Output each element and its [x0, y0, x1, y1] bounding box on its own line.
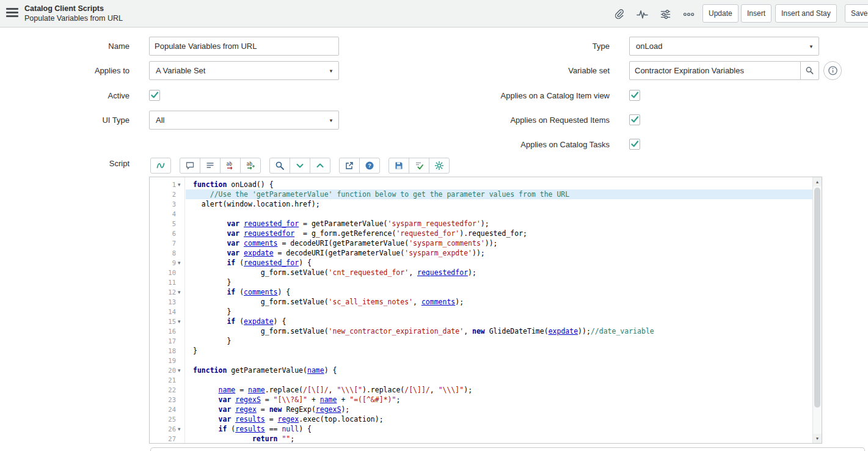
code-line-26[interactable]: if (results == null) { [186, 424, 812, 434]
save-button[interactable]: Save [845, 4, 868, 23]
toolbar-group [269, 158, 330, 174]
insert-button[interactable]: Insert [741, 4, 771, 23]
toolbar-group: ? [339, 158, 380, 174]
code-line-11[interactable]: } [186, 277, 812, 287]
code-line-1[interactable]: function onLoad() { [186, 180, 812, 189]
save-script-button[interactable] [388, 158, 409, 174]
fold-arrow-icon[interactable]: ▾ [176, 367, 184, 373]
variable-set-info-button[interactable] [823, 61, 842, 80]
type-select[interactable]: onLoad ▼ [629, 37, 819, 56]
applies-on-catalog-item-view-checkbox[interactable] [629, 90, 640, 101]
line-number: 1 [150, 181, 176, 188]
code-line-8[interactable]: var expdate = decodeURI(getParameterValu… [186, 248, 812, 258]
variable-set-input[interactable] [629, 61, 801, 80]
fold-arrow-icon[interactable]: ▾ [176, 426, 184, 432]
code-line-19[interactable] [186, 356, 812, 365]
scroll-up-icon[interactable]: ▲ [813, 177, 822, 186]
fold-arrow-icon[interactable]: ▾ [176, 289, 184, 295]
line-number: 17 [150, 337, 176, 345]
insert-and-stay-button[interactable]: Insert and Stay [775, 4, 837, 23]
code-line-18[interactable]: } [186, 346, 812, 356]
code-line-10[interactable]: g_form.setValue('cnt_requested_for', req… [186, 268, 812, 277]
line-number: 21 [150, 376, 176, 384]
dropdown-caret-icon: ▼ [809, 38, 814, 56]
fold-arrow-icon[interactable]: ▾ [176, 318, 184, 324]
menu-icon[interactable] [6, 8, 20, 20]
show-filter-button[interactable] [655, 5, 676, 23]
editor-scrollbar[interactable]: ▲ ▼ [812, 177, 822, 443]
line-number: 7 [150, 240, 176, 247]
next-section-edge [150, 447, 865, 451]
code-line-4[interactable] [186, 209, 812, 219]
applies-on-requested-items-checkbox[interactable] [629, 114, 640, 125]
name-input[interactable] [149, 37, 339, 56]
activity-stream-button[interactable] [632, 5, 653, 23]
code-line-24[interactable]: var regex = new RegExp(regexS); [186, 405, 812, 414]
code-line-17[interactable]: } [186, 336, 812, 346]
scrollbar-thumb[interactable] [814, 188, 820, 408]
applies-to-select[interactable]: A Variable Set ▼ [149, 61, 339, 80]
code-line-5[interactable]: var requested_for = getParameterValue('s… [186, 219, 812, 229]
applies-on-catalog-tasks-checkbox[interactable] [629, 139, 640, 150]
active-label: Active [24, 86, 129, 105]
attachment-button[interactable] [608, 5, 630, 23]
code-line-25[interactable]: var results = regex.exec(top.location); [186, 414, 812, 424]
syntax-editor-button[interactable] [150, 158, 171, 174]
line-number: 13 [150, 298, 176, 306]
svg-text:ab: ab [247, 161, 253, 167]
find-next-icon [295, 161, 305, 170]
ui-type-select[interactable]: All ▼ [149, 111, 339, 130]
find-previous-button[interactable] [310, 158, 330, 174]
line-number: 25 [150, 416, 176, 423]
open-in-new-window-icon [345, 161, 354, 170]
scroll-down-icon[interactable]: ▼ [813, 434, 822, 443]
line-number: 2 [150, 191, 176, 198]
code-line-13[interactable]: g_form.setValue('sc_all_items_notes', co… [186, 297, 812, 307]
checkmark-icon [630, 90, 640, 100]
ui-type-label: UI Type [24, 111, 129, 130]
fold-arrow-icon[interactable]: ▾ [176, 182, 184, 188]
line-number: 15 [150, 318, 176, 325]
code-line-12[interactable]: if (comments) { [186, 287, 812, 297]
search-button[interactable] [269, 158, 290, 174]
code-line-2[interactable]: //Use the 'getParameterValue' function b… [186, 189, 812, 199]
code-line-16[interactable]: g_form.setValue('new_contractor_expirati… [186, 326, 812, 336]
script-editor[interactable]: 1▾23456789▾101112▾131415▾1617181920▾2122… [149, 177, 822, 444]
code-line-27[interactable]: return ""; [186, 434, 812, 443]
info-icon [828, 65, 838, 76]
checkmark-icon [630, 139, 640, 148]
code-line-20[interactable]: function getParameterValue(name) { [186, 365, 812, 375]
replace-all-button[interactable]: ab [240, 158, 261, 174]
find-next-button[interactable] [290, 158, 310, 174]
code-line-23[interactable]: var regexS = "[\\?&]" + name + "=([^&#]*… [186, 395, 812, 405]
code-line-21[interactable] [186, 375, 812, 385]
update-button[interactable]: Update [702, 4, 739, 23]
code-line-9[interactable]: if (requested_for) { [186, 258, 812, 268]
save-script-icon [394, 161, 404, 170]
code-line-15[interactable]: if (expdate) { [186, 317, 812, 326]
applies-on-catalog-tasks-label: Applies on Catalog Tasks [391, 135, 610, 154]
open-in-new-window-button[interactable] [339, 158, 360, 174]
validate-script-button[interactable] [409, 158, 429, 174]
format-document-button[interactable] [200, 158, 221, 174]
svg-text:ab: ab [227, 161, 233, 167]
line-number: 9 [150, 259, 176, 266]
help-button[interactable]: ? [359, 158, 380, 174]
code-line-22[interactable]: name = name.replace(/[\[]/, "\\\[").repl… [186, 385, 812, 395]
line-number: 26 [150, 425, 176, 433]
replace-button[interactable]: ab [220, 158, 241, 174]
fold-arrow-icon[interactable]: ▾ [176, 260, 184, 266]
form-header: Catalog Client Scripts Populate Variable… [0, 0, 868, 28]
variable-set-lookup-button[interactable] [800, 61, 819, 80]
editor-preferences-button[interactable] [429, 158, 450, 174]
active-checkbox[interactable] [149, 90, 160, 101]
code-line-7[interactable]: var comments = decodeURI(getParameterVal… [186, 238, 812, 248]
comment-icon [185, 161, 195, 170]
comment-button[interactable] [180, 158, 200, 174]
code-line-3[interactable]: alert(window.location.href); [186, 199, 812, 209]
line-number: 10 [150, 269, 176, 276]
more-options-button[interactable] [678, 5, 699, 23]
code-line-6[interactable]: var requestedfor = g_form.getReference('… [186, 229, 812, 238]
editor-code[interactable]: function onLoad() { //Use the 'getParame… [186, 177, 812, 443]
code-line-14[interactable]: } [186, 307, 812, 317]
